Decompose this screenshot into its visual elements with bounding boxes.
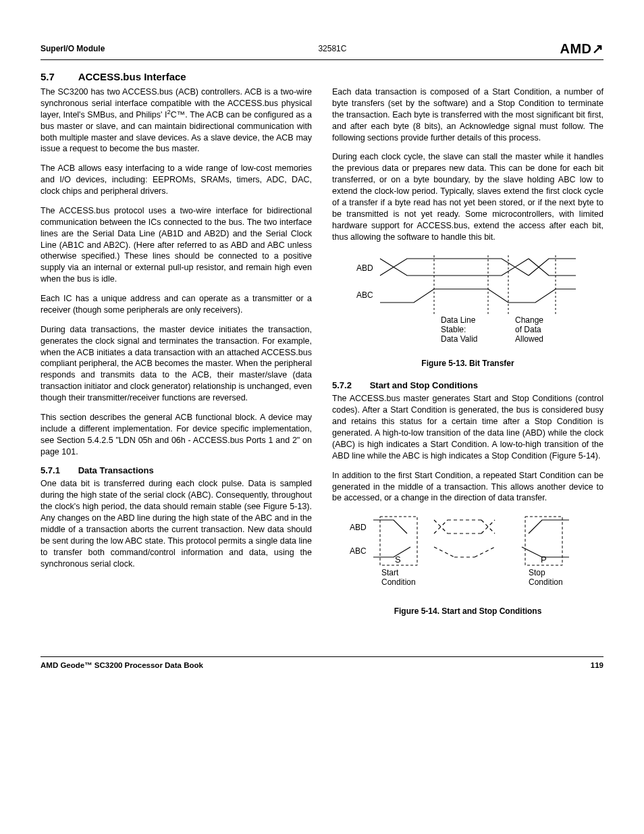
header-left: SuperI/O Module [41, 44, 105, 53]
page-number: 119 [591, 661, 603, 669]
figure-5-13: ABD ABC Data Line Stable: Data Valid Cha… [332, 252, 603, 368]
figure-caption: Figure 5-13. Bit Transfer [332, 359, 603, 368]
body-paragraph: One data bit is transferred during each … [41, 478, 312, 569]
subsection-title: Data Transactions [78, 465, 154, 475]
body-paragraph: The ACCESS.bus protocol uses a two-wire … [41, 205, 312, 285]
subsection-heading: 5.7.2 Start and Stop Conditions [332, 380, 603, 390]
header-docnum: 32581C [318, 44, 346, 53]
svg-text:S: S [395, 554, 401, 565]
subsection-heading: 5.7.1 Data Transactions [41, 465, 312, 475]
svg-text:Condition: Condition [381, 577, 416, 587]
svg-text:Condition: Condition [529, 577, 563, 587]
start-stop-diagram: ABD ABC S P Start Condition Stop Conditi… [340, 513, 596, 601]
section-heading: 5.7 ACCESS.bus Interface [41, 71, 603, 82]
subsection-title: Start and Stop Conditions [370, 380, 478, 390]
svg-text:Change: Change [515, 315, 543, 325]
svg-text:Stable:: Stable: [441, 325, 466, 334]
subsection-number: 5.7.2 [332, 380, 367, 390]
body-paragraph: Each IC has a unique address and can ope… [41, 293, 312, 316]
footer-left: AMD Geode™ SC3200 Processor Data Book [41, 661, 203, 669]
svg-text:ABC: ABC [350, 546, 367, 556]
body-paragraph: The ACB allows easy interfacing to a wid… [41, 163, 312, 197]
fig13-abc-label: ABC [356, 290, 373, 300]
svg-text:Data Line: Data Line [441, 315, 476, 325]
amd-logo: AMD↗ [560, 41, 603, 57]
fig13-abd-label: ABD [356, 263, 373, 273]
body-paragraph: In addition to the first Start Condition… [332, 470, 603, 504]
page-footer: AMD Geode™ SC3200 Processor Data Book 11… [41, 656, 603, 669]
body-paragraph: During each clock cycle, the slave can s… [332, 151, 603, 242]
section-title: ACCESS.bus Interface [78, 71, 186, 82]
body-paragraph: During data transactions, the master dev… [41, 324, 312, 404]
page-header: SuperI/O Module 32581C AMD↗ [41, 41, 603, 60]
figure-5-14: ABD ABC S P Start Condition Stop Conditi… [332, 513, 603, 616]
body-paragraph: This section describes the general ACB f… [41, 412, 312, 458]
body-paragraph: Each data transaction is composed of a S… [332, 86, 603, 143]
figure-caption: Figure 5-14. Start and Stop Conditions [332, 606, 603, 616]
amd-arrow-icon: ↗ [592, 41, 604, 57]
section-number: 5.7 [41, 71, 76, 82]
svg-text:P: P [541, 554, 547, 565]
svg-text:Allowed: Allowed [515, 334, 543, 344]
svg-text:Start: Start [381, 568, 399, 577]
subsection-number: 5.7.1 [41, 465, 76, 475]
svg-text:Data Valid: Data Valid [441, 334, 477, 344]
svg-text:ABD: ABD [350, 523, 367, 532]
svg-text:Stop: Stop [529, 568, 545, 577]
svg-text:of Data: of Data [515, 325, 541, 334]
body-paragraph: The SC3200 has two ACCESS.bus (ACB) cont… [41, 86, 312, 155]
bit-transfer-diagram: ABD ABC Data Line Stable: Data Valid Cha… [346, 252, 589, 353]
body-paragraph: The ACCESS.bus master generates Start an… [332, 393, 603, 461]
